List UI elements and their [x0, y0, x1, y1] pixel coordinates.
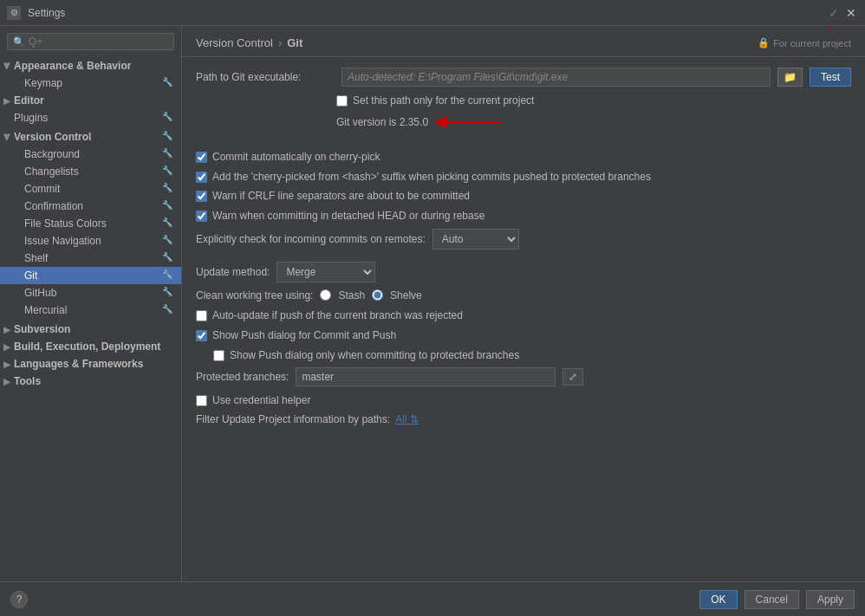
- sidebar-item-label: Build, Execution, Deployment: [14, 340, 160, 353]
- sidebar-item-tools[interactable]: ▶ Tools: [0, 373, 181, 390]
- sidebar-item-github[interactable]: GitHub 🔧: [0, 284, 181, 302]
- close-button[interactable]: ✕: [844, 6, 858, 20]
- sidebar-item-version-control[interactable]: ▶ Version Control 🔧: [0, 128, 181, 146]
- sidebar-item-mercurial[interactable]: Mercurial 🔧: [0, 302, 181, 319]
- protected-branches-input[interactable]: [296, 367, 556, 386]
- sidebar-item-label: GitHub: [24, 287, 56, 299]
- title-bar: ⚙ Settings ✓ ✕: [0, 0, 865, 26]
- title-bar-controls: ✓ ✕: [827, 6, 858, 20]
- detached-head-checkbox[interactable]: [196, 211, 207, 222]
- sidebar-item-editor[interactable]: ▶ Editor: [0, 92, 181, 109]
- sidebar-item-confirmation[interactable]: Confirmation 🔧: [0, 198, 181, 215]
- set-path-checkbox[interactable]: [336, 95, 348, 107]
- sidebar-item-shelf[interactable]: Shelf 🔧: [0, 250, 181, 267]
- detached-head-label: Warn when committing in detached HEAD or…: [212, 209, 485, 224]
- breadcrumb-parent: Version Control: [196, 36, 273, 49]
- lock-icon: 🔒: [758, 37, 770, 49]
- title-bar-left: ⚙ Settings: [7, 6, 65, 20]
- explicitly-check-dropdown[interactable]: Auto Always Never: [432, 229, 519, 250]
- update-method-dropdown[interactable]: Merge Rebase Branch Default: [276, 262, 375, 282]
- settings-icon: ⚙: [7, 6, 21, 20]
- use-credential-label: Use credential helper: [212, 393, 310, 408]
- cherry-pick-checkbox[interactable]: [196, 152, 207, 163]
- ok-button[interactable]: OK: [699, 590, 737, 609]
- chevron-icon: ▶: [3, 133, 12, 140]
- show-push-dialog-checkbox[interactable]: [196, 330, 207, 341]
- show-push-dialog-protected-checkbox[interactable]: [213, 350, 224, 361]
- show-push-dialog-protected-label: Show Push dialog only when committing to…: [230, 348, 519, 363]
- sidebar-item-build[interactable]: ▶ Build, Execution, Deployment: [0, 338, 181, 355]
- project-label: For current project: [773, 38, 851, 49]
- sidebar-icon: 🔧: [162, 287, 174, 299]
- content-area: Version Control › Git 🔒 For current proj…: [182, 26, 865, 581]
- explicitly-check-row: Explicitly check for incoming commits on…: [196, 229, 851, 250]
- window-title: Settings: [28, 7, 65, 19]
- stash-radio[interactable]: [320, 289, 331, 301]
- shelve-label: Shelve: [390, 289, 422, 302]
- show-push-dialog-row: Show Push dialog for Commit and Push: [196, 328, 851, 343]
- filter-value[interactable]: All ⇅: [395, 413, 419, 425]
- apply-button[interactable]: Apply: [806, 590, 855, 609]
- breadcrumb: Version Control › Git 🔒 For current proj…: [182, 26, 865, 57]
- sidebar-item-git[interactable]: Git 🔧: [0, 267, 181, 284]
- cherry-picked-suffix-checkbox[interactable]: [196, 172, 207, 183]
- clean-working-tree-row: Clean working tree using: Stash Shelve: [196, 289, 851, 302]
- sidebar-item-appearance[interactable]: ▶ Appearance & Behavior: [0, 57, 181, 75]
- auto-update-row: Auto-update if push of the current branc…: [196, 308, 851, 323]
- sidebar-item-label: Version Control: [14, 131, 91, 143]
- sidebar-icon: 🔧: [162, 183, 174, 195]
- sidebar-item-file-status-colors[interactable]: File Status Colors 🔧: [0, 215, 181, 232]
- sidebar-item-label: Confirmation: [24, 200, 83, 212]
- breadcrumb-current: Git: [287, 36, 302, 49]
- sidebar-item-languages[interactable]: ▶ Languages & Frameworks: [0, 355, 181, 373]
- sidebar-icon: 🔧: [162, 217, 174, 230]
- footer-right: OK Cancel Apply: [699, 590, 855, 609]
- shelve-radio[interactable]: [372, 289, 383, 301]
- search-input[interactable]: [29, 36, 168, 48]
- chevron-icon: ▶: [3, 377, 10, 386]
- sidebar-item-label: Issue Navigation: [24, 235, 101, 247]
- auto-update-checkbox[interactable]: [196, 310, 207, 321]
- search-box[interactable]: 🔍: [7, 33, 174, 50]
- sidebar-item-plugins[interactable]: Plugins 🔧: [0, 109, 181, 126]
- test-button[interactable]: Test: [810, 68, 851, 87]
- sidebar-item-label: Changelists: [24, 165, 79, 178]
- expand-button[interactable]: ⤢: [563, 368, 583, 386]
- path-input[interactable]: [341, 68, 771, 87]
- sidebar-item-issue-navigation[interactable]: Issue Navigation 🔧: [0, 232, 181, 250]
- sidebar-item-label: Editor: [14, 94, 44, 107]
- chevron-icon: ▶: [3, 360, 10, 369]
- sidebar-item-label: Background: [24, 148, 80, 160]
- sidebar-icon: 🔧: [162, 304, 174, 316]
- cherry-pick-label: Commit automatically on cherry-pick: [212, 150, 380, 165]
- crlf-warn-checkbox[interactable]: [196, 191, 207, 202]
- search-icon: 🔍: [13, 36, 25, 48]
- git-version-text: Git version is 2.35.0: [336, 116, 428, 128]
- sidebar-item-background[interactable]: Background 🔧: [0, 146, 181, 163]
- folder-button[interactable]: 📁: [777, 68, 803, 87]
- chevron-icon: ▶: [3, 96, 10, 106]
- checkmark-button[interactable]: ✓: [827, 6, 841, 20]
- sidebar-item-commit[interactable]: Commit 🔧: [0, 180, 181, 198]
- crlf-warn-label: Warn if CRLF line separators are about t…: [212, 189, 470, 204]
- footer-left: ?: [10, 591, 28, 608]
- filter-row: Filter Update Project information by pat…: [196, 413, 851, 425]
- sidebar-icon: 🔧: [162, 269, 174, 282]
- use-credential-checkbox[interactable]: [196, 395, 207, 406]
- set-path-label: Set this path only for the current proje…: [353, 94, 534, 108]
- sidebar-item-subversion[interactable]: ▶ Subversion: [0, 321, 181, 338]
- sidebar-item-keymap[interactable]: Keymap 🔧: [0, 75, 181, 92]
- update-method-row: Update method: Merge Rebase Branch Defau…: [196, 262, 851, 282]
- stash-label: Stash: [338, 289, 365, 302]
- clean-working-tree-label: Clean working tree using:: [196, 289, 313, 302]
- chevron-icon: ▶: [3, 62, 12, 69]
- sidebar-icon: 🔧: [162, 112, 174, 124]
- breadcrumb-nav: Version Control › Git: [196, 36, 302, 49]
- help-button[interactable]: ?: [10, 591, 28, 608]
- auto-update-label: Auto-update if push of the current branc…: [212, 308, 463, 323]
- sidebar-item-changelists[interactable]: Changelists 🔧: [0, 163, 181, 180]
- sidebar-item-label: Plugins: [14, 112, 48, 124]
- sidebar-icon: 🔧: [162, 235, 174, 247]
- sidebar-icon: 🔧: [162, 77, 174, 89]
- cancel-button[interactable]: Cancel: [745, 590, 799, 609]
